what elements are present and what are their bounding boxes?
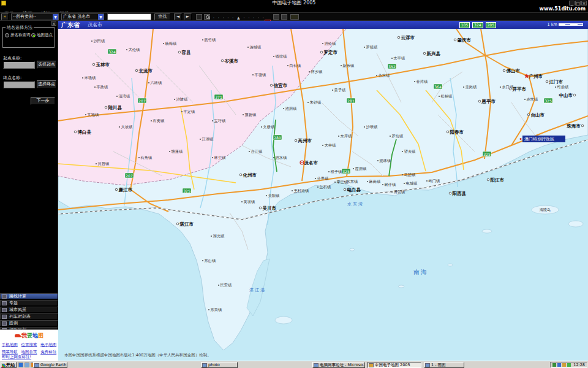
start-button[interactable]: 开始	[1, 362, 17, 368]
back-button[interactable]: ◄	[174, 13, 182, 20]
town-dot	[463, 86, 464, 88]
town-label: 黄坡镇	[244, 199, 255, 204]
town-dot	[367, 181, 368, 182]
map-app-icon	[369, 363, 374, 367]
category-dropdown[interactable]: --所有类别--▼	[11, 13, 59, 20]
promo-link-电子地图[interactable]: 电子地图	[40, 342, 56, 348]
town-label: 平塘镇	[254, 72, 266, 77]
radio-icon[interactable]	[5, 33, 9, 37]
chevron-down-icon[interactable]: ▼	[53, 14, 58, 20]
town-label: 新乐镇	[342, 63, 355, 67]
task-button[interactable]: Google Earth	[33, 362, 67, 368]
tray-icon-3[interactable]	[562, 363, 566, 367]
feature-icon	[2, 315, 7, 319]
sidebar-item-3[interactable]: 列车时刻表	[0, 313, 58, 320]
town-dot	[402, 174, 403, 175]
eraser-icon[interactable]	[281, 14, 287, 20]
town-dot	[391, 58, 393, 59]
sidebar-item-1[interactable]: 专题	[0, 300, 58, 306]
island	[448, 264, 453, 266]
sidebar-item-4[interactable]: 图例	[0, 320, 58, 326]
radio-map-point[interactable]: 地图选点	[31, 33, 53, 38]
road-number: 324	[108, 50, 116, 54]
city-marker	[320, 51, 323, 53]
map-canvas[interactable]: 325325325207207280281371364324325352沙田镇大…	[58, 29, 588, 361]
town-dot	[211, 236, 212, 237]
website-url[interactable]: www.51ditu.com	[540, 6, 586, 12]
town-dot	[338, 136, 339, 137]
panel-close-icon[interactable]: ×	[51, 21, 56, 26]
task-button[interactable]: 中国电子地图 2005	[368, 362, 421, 368]
51ditu-logo[interactable]: 我要地图	[0, 332, 58, 340]
zoom-slider[interactable]: · · · · · ▲ · · · · ·	[213, 15, 265, 20]
sidebar-item-0[interactable]: 路线计算	[0, 293, 58, 299]
promo-link-位置搜索[interactable]: 位置搜索	[21, 342, 37, 348]
city-marker	[74, 131, 77, 133]
region-dropdown[interactable]: 广东省 茂名市▼	[61, 13, 104, 20]
sidebar-item-2[interactable]: 城市风景	[0, 307, 58, 313]
promo-link-手机地图[interactable]: 手机地图	[2, 342, 18, 348]
radio-by-name[interactable]: 按名称查询	[5, 33, 31, 38]
ie-icon[interactable]	[18, 362, 23, 367]
tray-icon-2[interactable]	[557, 363, 561, 367]
task-button[interactable]: 1 - 画图	[424, 362, 464, 368]
city-marker	[527, 113, 530, 116]
start-input[interactable]	[3, 61, 35, 69]
logo-char: 我	[21, 332, 27, 339]
road-number: 325	[483, 152, 491, 156]
pick-end-button[interactable]: 选择终点	[37, 80, 56, 88]
town-label: 湖光镇	[213, 234, 225, 239]
town-dot	[364, 47, 365, 48]
road-number: 371	[215, 95, 222, 99]
tray-icon-4[interactable]	[567, 363, 571, 367]
close-button[interactable]: ×	[581, 1, 587, 6]
town-label: 文地镇	[88, 112, 99, 117]
tray-icon-1[interactable]	[552, 363, 556, 367]
pencil-icon[interactable]	[273, 14, 279, 20]
town-dot	[212, 157, 213, 158]
forward-button[interactable]: ►	[184, 13, 192, 20]
province-label[interactable]: 广东省	[61, 21, 80, 29]
task-button[interactable]: 电脑网事论坛 - Microso...	[312, 362, 365, 368]
search-button[interactable]: 查找	[154, 13, 170, 20]
minimize-button[interactable]: _	[569, 1, 575, 6]
collapse-sidebar-button[interactable]: «	[1, 13, 9, 20]
radio-icon[interactable]	[31, 33, 36, 37]
print-icon[interactable]	[290, 14, 299, 20]
town-label: 观珠镇	[379, 158, 391, 163]
search-input[interactable]	[107, 13, 151, 20]
city-marker	[115, 188, 118, 191]
city-marker	[221, 59, 224, 62]
town-label: 合江镇	[251, 149, 263, 154]
town-dot	[322, 43, 323, 44]
chevron-down-icon[interactable]: ▼	[98, 14, 104, 20]
sidebar-feature-menu: 路线计算专题城市风景列车时刻表图例行政区划	[0, 293, 58, 334]
town-label: 石角镇	[140, 155, 153, 160]
city-marker	[239, 174, 242, 176]
promo-link-免费标注[interactable]: 免费标注	[40, 350, 56, 355]
annotate-link[interactable]: 即时上网查标注!	[2, 355, 31, 360]
town-dot	[252, 74, 254, 75]
desktop-icon[interactable]	[24, 362, 29, 367]
city-marker	[259, 207, 262, 209]
end-label: 终点名称:	[3, 75, 21, 81]
pan-hand-icon[interactable]	[196, 14, 202, 20]
city-marker	[573, 94, 576, 96]
zoom-out-icon[interactable]	[204, 14, 210, 20]
task-button[interactable]: photo	[201, 362, 238, 368]
city-label: 阳江市	[491, 177, 505, 183]
town-dot	[377, 160, 379, 161]
map-copyright: 本图中国国界线系根据中国地图出版社1:400万地图（中华人民共和国全图）绘制。	[64, 353, 211, 358]
city-marker	[447, 131, 449, 133]
town-label: 分界镇	[317, 176, 329, 180]
end-input[interactable]	[3, 81, 35, 88]
pick-start-button[interactable]: 选择起点	[37, 61, 56, 69]
place-select-group: 地名选择方法 按名称查询 地图选点	[2, 27, 55, 48]
map-area[interactable]: 广东省 茂名市 105324205 1 km 32532532520720728…	[58, 21, 588, 361]
town-dot	[82, 77, 83, 79]
maximize-button[interactable]: □	[575, 1, 581, 6]
town-dot	[243, 114, 244, 115]
city-label[interactable]: 茂名市	[88, 21, 102, 29]
city-label: 肇庆市	[457, 37, 472, 43]
next-step-button[interactable]: 下一步	[31, 97, 55, 105]
